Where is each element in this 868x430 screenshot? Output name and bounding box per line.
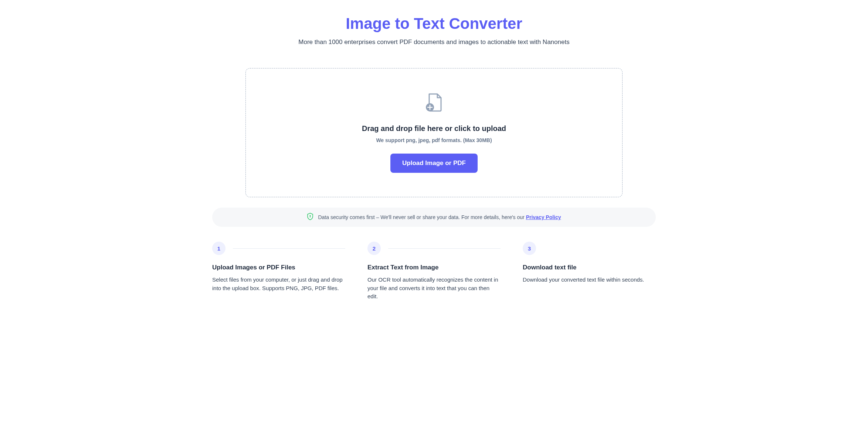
upload-subtext: We support png, jpeg, pdf formats. (Max … <box>261 137 607 143</box>
step-description: Our OCR tool automatically recognizes th… <box>367 276 501 301</box>
step-divider <box>388 248 501 249</box>
upload-dropzone[interactable]: Drag and drop file here or click to uplo… <box>245 68 623 197</box>
step-title: Download text file <box>523 264 656 271</box>
page-title: Image to Text Converter <box>212 15 656 33</box>
steps-container: 1 Upload Images or PDF Files Select file… <box>212 242 656 301</box>
step-number-badge: 2 <box>367 242 381 255</box>
step-description: Download your converted text file within… <box>523 276 656 284</box>
privacy-policy-link[interactable]: Privacy Policy <box>526 214 561 220</box>
file-add-icon <box>261 93 607 112</box>
step-3: 3 Download text file Download your conve… <box>523 242 656 301</box>
page-subtitle: More than 1000 enterprises convert PDF d… <box>212 38 656 46</box>
step-number-badge: 1 <box>212 242 226 255</box>
security-banner: Data security comes first – We'll never … <box>212 208 656 227</box>
step-description: Select files from your computer, or just… <box>212 276 345 292</box>
shield-icon <box>307 213 313 222</box>
upload-button[interactable]: Upload Image or PDF <box>390 154 478 173</box>
step-2: 2 Extract Text from Image Our OCR tool a… <box>367 242 501 301</box>
step-1: 1 Upload Images or PDF Files Select file… <box>212 242 345 301</box>
step-title: Upload Images or PDF Files <box>212 264 345 271</box>
step-title: Extract Text from Image <box>367 264 501 271</box>
step-number-badge: 3 <box>523 242 536 255</box>
security-text: Data security comes first – We'll never … <box>318 214 561 220</box>
step-divider <box>233 248 345 249</box>
upload-heading: Drag and drop file here or click to uplo… <box>261 124 607 133</box>
